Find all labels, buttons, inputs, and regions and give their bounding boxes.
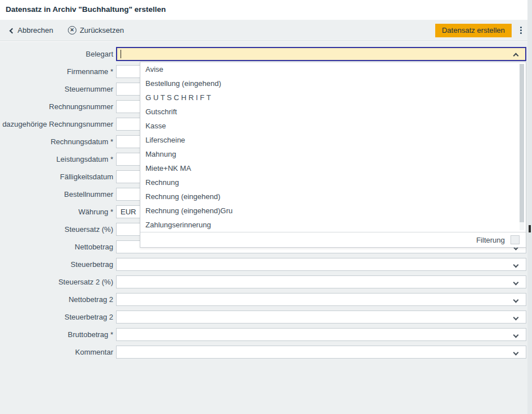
field-label-kommentar: Kommentar — [0, 345, 113, 359]
chevron-down-icon — [513, 315, 519, 321]
dropdown-option[interactable]: Liferscheine — [140, 133, 526, 147]
dropdown-scrollbar-thumb[interactable] — [520, 64, 524, 222]
dropdown-option[interactable]: Rechnung (eingehend)Gru — [140, 204, 526, 218]
dropdown-option[interactable]: Zahlungserinnerung — [140, 218, 526, 232]
page-scrollbar[interactable] — [527, 0, 532, 414]
form-area: BelegartFirmenname *SteuernummerRechnung… — [0, 42, 532, 414]
field-label-nettobetrag-2: Nettobetrag 2 — [0, 292, 113, 307]
field-label-rechnungsdatum: Rechnungsdatum * — [0, 135, 113, 149]
create-record-button[interactable]: Datensatz erstellen — [435, 24, 512, 37]
chevron-down-icon — [513, 280, 519, 286]
field-label-dazugehoerige-rechnungsnummer: dazugehörige Rechnungsnummer — [0, 117, 113, 131]
dropdown-option[interactable]: Gutschrift — [140, 105, 526, 119]
circle-x-icon: ✕ — [68, 26, 76, 34]
record-create-window: Datensatz in Archiv "Buchhaltung" erstel… — [0, 0, 532, 414]
text-cursor — [121, 50, 121, 58]
reset-button[interactable]: ✕ Zurücksetzen — [68, 26, 124, 34]
combobox-nettobetrag-2[interactable] — [116, 293, 526, 306]
filter-label: Filterung — [476, 236, 505, 244]
chevron-down-icon — [513, 333, 519, 338]
field-label-leistungsdatum: Leistungsdatum * — [0, 152, 113, 166]
dropdown-option[interactable]: Rechnung — [140, 175, 526, 189]
field-label-bruttobetrag: Bruttobetrag * — [0, 327, 113, 342]
combobox-kommentar[interactable] — [116, 346, 526, 359]
kebab-menu-icon[interactable] — [516, 24, 525, 37]
belegart-dropdown-panel: AviseBestellung (eingehend)G U T S C H R… — [140, 62, 526, 248]
form-row-nettobetrag-2: Nettobetrag 2 — [0, 292, 532, 307]
combobox-belegart[interactable] — [116, 47, 526, 61]
chevron-left-icon — [10, 28, 15, 33]
field-label-steuernummer: Steuernummer — [0, 82, 113, 96]
field-label-faelligkeitsdatum: Fälligkeitsdatum — [0, 170, 113, 184]
field-label-steuersatz-2: Steuersatz 2 (%) — [0, 275, 113, 289]
dropdown-option[interactable]: Avise — [140, 62, 526, 76]
form-row-kommentar: Kommentar — [0, 345, 532, 359]
dropdown-option[interactable]: Miete+NK MA — [140, 161, 526, 175]
page-scrollbar-thumb[interactable] — [529, 225, 531, 232]
dropdown-option[interactable]: Rechnung (eingehend) — [140, 189, 526, 204]
combobox-steuerbetrag-2[interactable] — [116, 310, 526, 324]
combobox-steuerbetrag[interactable] — [116, 258, 526, 271]
dropdown-option[interactable]: Kasse — [140, 119, 526, 133]
title-bar: Datensatz in Archiv "Buchhaltung" erstel… — [0, 0, 532, 20]
dropdown-option[interactable]: Mahnung — [140, 147, 526, 161]
combobox-steuersatz-2[interactable] — [116, 275, 526, 288]
dropdown-option[interactable]: G U T S C H R I F T — [140, 90, 526, 105]
form-row-belegart: Belegart — [0, 47, 532, 61]
form-row-steuerbetrag-2: Steuerbetrag 2 — [0, 310, 532, 324]
field-label-steuerbetrag-2: Steuerbetrag 2 — [0, 310, 113, 324]
chevron-down-icon — [513, 297, 519, 303]
dropdown-scrollbar-track[interactable] — [520, 64, 524, 230]
field-label-nettobetrag: Nettobetrag — [0, 240, 113, 254]
form-row-steuerbetrag: Steuerbetrag — [0, 257, 532, 271]
field-label-rechnungsnummer: Rechnungsnummer — [0, 100, 113, 114]
field-label-waehrung: Währung * — [0, 205, 113, 219]
dropdown-option-list: AviseBestellung (eingehend)G U T S C H R… — [140, 62, 526, 232]
page-title: Datensatz in Archiv "Buchhaltung" erstel… — [6, 5, 166, 14]
field-label-belegart: Belegart — [0, 47, 113, 61]
field-label-steuerbetrag: Steuerbetrag — [0, 257, 113, 271]
combobox-bruttobetrag[interactable] — [116, 328, 526, 341]
field-label-firmenname: Firmenname * — [0, 64, 113, 79]
dropdown-footer: Filterung — [140, 232, 526, 247]
cancel-button[interactable]: Abbrechen — [10, 26, 53, 34]
cancel-button-label: Abbrechen — [18, 26, 53, 34]
chevron-up-icon — [513, 53, 519, 59]
chevron-down-icon — [513, 350, 519, 356]
chevron-down-icon — [513, 262, 519, 268]
filter-checkbox[interactable] — [510, 235, 520, 244]
form-row-bruttobetrag: Bruttobetrag * — [0, 327, 532, 342]
field-value-waehrung: EUR — [121, 208, 136, 216]
toolbar: Abbrechen ✕ Zurücksetzen Datensatz erste… — [0, 20, 532, 41]
dropdown-option[interactable]: Bestellung (eingehend) — [140, 76, 526, 90]
reset-button-label: Zurücksetzen — [80, 26, 124, 34]
field-label-bestellnummer: Bestellnummer — [0, 187, 113, 201]
field-label-steuersatz: Steuersatz (%) — [0, 222, 113, 236]
form-row-steuersatz-2: Steuersatz 2 (%) — [0, 275, 532, 289]
